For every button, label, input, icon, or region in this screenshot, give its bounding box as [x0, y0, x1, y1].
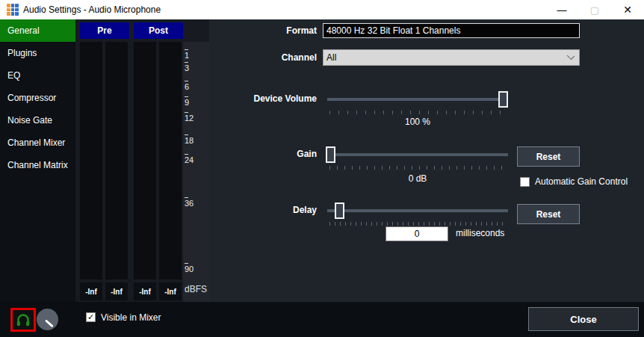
sidebar-item-eq[interactable]: EQ — [0, 64, 75, 87]
headphones-monitor-button[interactable] — [10, 308, 36, 332]
post-left-level: -Inf — [134, 282, 156, 300]
headphones-icon — [16, 313, 31, 327]
check-icon: ✓ — [87, 313, 94, 321]
delay-reset-button[interactable]: Reset — [517, 204, 580, 224]
sidebar-item-channel-matrix[interactable]: Channel Matrix — [0, 154, 75, 176]
pre-left-level: -Inf — [80, 282, 102, 300]
gain-value: 0 dB — [327, 173, 508, 184]
gain-slider[interactable] — [327, 146, 508, 170]
app-logo-icon — [7, 4, 19, 16]
monitor-volume-knob[interactable] — [37, 309, 58, 330]
channel-label: Channel — [209, 50, 317, 65]
post-meter-header: Post — [134, 22, 183, 39]
delay-milliseconds-input[interactable] — [386, 226, 448, 241]
gain-track[interactable] — [327, 153, 508, 156]
device-volume-ticks — [329, 111, 507, 114]
scale-tick: 36 — [185, 197, 193, 208]
close-button[interactable]: Close — [528, 307, 639, 331]
post-meter-left — [134, 42, 156, 279]
window-close-button[interactable]: ✕ — [611, 0, 644, 19]
pre-right-level: -Inf — [105, 282, 128, 300]
chevron-down-icon — [567, 52, 575, 60]
delay-unit-label: milliseconds — [456, 228, 504, 238]
gain-thumb[interactable] — [326, 146, 335, 163]
format-input[interactable] — [323, 23, 580, 38]
dbfs-unit-label: dBFS — [185, 284, 207, 294]
post-meter-right — [159, 42, 182, 279]
scale-tick: 1 — [185, 49, 189, 61]
gain-reset-button[interactable]: Reset — [517, 146, 580, 167]
gain-label: Gain — [209, 146, 317, 161]
scale-tick: 6 — [185, 81, 189, 92]
audio-meters: Pre Post 1 3 6 9 12 18 24 36 90 dBFS -In… — [75, 19, 209, 302]
scale-tick: 12 — [185, 112, 193, 123]
sidebar-item-channel-mixer[interactable]: Channel Mixer — [0, 132, 75, 154]
scale-tick: 9 — [185, 96, 189, 108]
channel-selected-value: All — [326, 52, 336, 63]
device-volume-thumb[interactable] — [498, 91, 508, 108]
pre-meter-left — [80, 42, 102, 279]
maximize-button: ▢ — [578, 0, 611, 19]
sidebar-item-plugins[interactable]: Plugins — [0, 42, 75, 64]
dbfs-scale: 1 3 6 9 12 18 24 36 90 dBFS — [183, 42, 209, 302]
automatic-gain-control-label: Automatic Gain Control — [535, 176, 628, 187]
pre-meter-header: Pre — [80, 22, 129, 39]
audio-settings-dialog: Audio Settings - Audio Microphone — ▢ ✕ … — [0, 0, 644, 337]
device-volume-slider[interactable] — [327, 91, 508, 115]
minimize-button[interactable]: — — [545, 0, 578, 19]
delay-slider[interactable] — [327, 202, 508, 226]
delay-track[interactable] — [327, 209, 508, 212]
device-volume-track[interactable] — [327, 98, 508, 101]
channel-select[interactable]: All — [323, 49, 580, 66]
delay-label: Delay — [209, 202, 317, 217]
pre-meter-right — [105, 42, 128, 279]
scale-tick: 3 — [185, 62, 189, 73]
settings-sidebar: General Plugins EQ Compressor Noise Gate… — [0, 19, 75, 302]
automatic-gain-control-checkbox[interactable] — [520, 177, 530, 187]
general-settings-panel: Format Channel All Device Volume 100 % G… — [209, 19, 644, 302]
format-label: Format — [209, 23, 317, 38]
sidebar-item-noise-gate[interactable]: Noise Gate — [0, 109, 75, 132]
visible-in-mixer-checkbox[interactable]: ✓ — [86, 312, 96, 322]
visible-in-mixer-label: Visible in Mixer — [101, 312, 161, 323]
sidebar-item-general[interactable]: General — [0, 19, 75, 42]
scale-tick: 18 — [185, 135, 193, 146]
window-title: Audio Settings - Audio Microphone — [23, 4, 161, 15]
footer-bar: ✓ Visible in Mixer Close — [0, 302, 644, 337]
gain-ticks — [329, 166, 507, 170]
scale-tick: 24 — [185, 154, 193, 165]
scale-tick: 90 — [185, 263, 193, 274]
delay-thumb[interactable] — [335, 202, 344, 219]
delay-ticks — [329, 222, 507, 226]
device-volume-value: 100 % — [327, 117, 508, 127]
titlebar: Audio Settings - Audio Microphone — ▢ ✕ — [0, 0, 644, 19]
sidebar-item-compressor[interactable]: Compressor — [0, 87, 75, 109]
device-volume-label: Device Volume — [209, 91, 317, 106]
post-right-level: -Inf — [159, 282, 182, 300]
